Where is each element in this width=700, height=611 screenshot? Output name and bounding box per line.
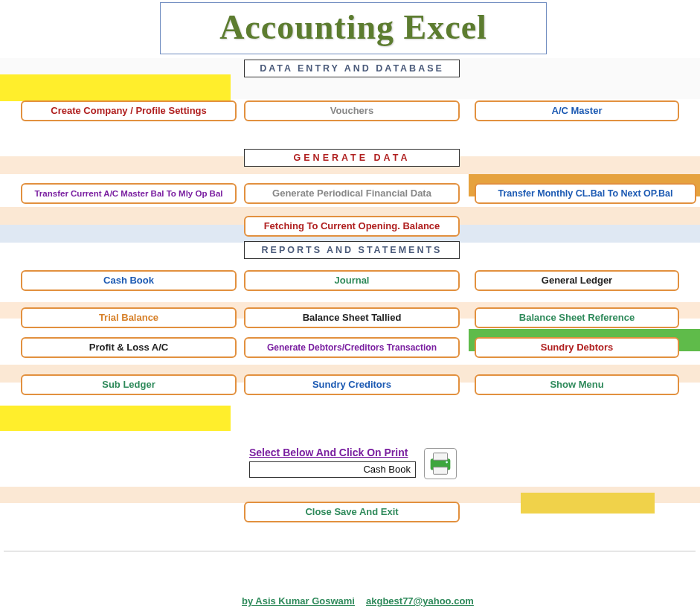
sundry-creditors-button[interactable]: Sundry Creditors: [244, 374, 460, 395]
print-instruction-label: Select Below And Click On Print: [249, 447, 408, 458]
divider: [4, 551, 696, 551]
trial-balance-button[interactable]: Trial Balance: [21, 307, 237, 328]
fetching-opening-button[interactable]: Fetching To Current Opening. Balance: [244, 216, 460, 237]
bg-stripe: [0, 406, 231, 431]
svg-rect-2: [433, 467, 447, 475]
general-ledger-button[interactable]: General Ledger: [475, 270, 679, 291]
author-link[interactable]: by Asis Kumar Goswami: [242, 595, 355, 607]
journal-button[interactable]: Journal: [244, 270, 460, 291]
sub-ledger-button[interactable]: Sub Ledger: [21, 374, 237, 395]
balance-sheet-tallied-button[interactable]: Balance Sheet Tallied: [244, 307, 460, 328]
transfer-master-bal-button[interactable]: Transfer Current A/C Master Bal To Mly O…: [21, 183, 237, 204]
generate-periodical-button[interactable]: Generate Periodical Financial Data: [244, 183, 460, 204]
create-company-button[interactable]: Create Company / Profile Settings: [21, 100, 237, 121]
print-button[interactable]: [424, 448, 457, 479]
svg-rect-1: [433, 453, 447, 461]
profit-loss-button[interactable]: Profit & Loss A/C: [21, 337, 237, 358]
vouchers-button[interactable]: Vouchers: [244, 100, 460, 121]
svg-point-3: [446, 461, 448, 464]
title-box: Accounting Excel: [160, 2, 547, 54]
app-title: Accounting Excel: [161, 3, 546, 52]
print-select-input[interactable]: Cash Book: [249, 461, 416, 478]
show-menu-button[interactable]: Show Menu: [475, 374, 679, 395]
sundry-debtors-button[interactable]: Sundry Debtors: [475, 337, 679, 358]
section-data-entry: DATA ENTRY AND DATABASE: [244, 60, 460, 77]
section-generate-data: GENERATE DATA: [244, 149, 460, 167]
section-reports: REPORTS AND STATEMENTS: [244, 241, 460, 259]
printer-icon: [425, 449, 456, 479]
email-link[interactable]: akgbest77@yahoo.com: [366, 595, 474, 607]
gen-debtors-creditors-button[interactable]: Generate Debtors/Creditors Transaction: [244, 337, 460, 358]
cash-book-button[interactable]: Cash Book: [21, 270, 237, 291]
transfer-monthly-button[interactable]: Transfer Monthly CL.Bal To Next OP.Bal: [475, 183, 696, 204]
bg-stripe: [521, 493, 655, 514]
bg-stripe: [0, 74, 231, 101]
ac-master-button[interactable]: A/C Master: [475, 100, 679, 121]
balance-sheet-ref-button[interactable]: Balance Sheet Reference: [475, 307, 679, 328]
close-save-exit-button[interactable]: Close Save And Exit: [244, 502, 460, 522]
